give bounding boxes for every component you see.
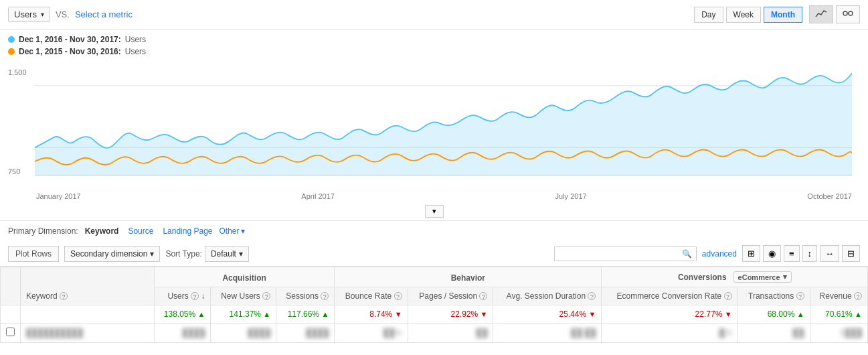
pages-session-help-icon[interactable]: ? — [479, 292, 487, 300]
x-label-jul: July 2017 — [555, 192, 587, 200]
chart-type-buttons — [809, 5, 860, 23]
sessions-col-header[interactable]: Sessions ? — [276, 287, 335, 305]
chart-svg — [35, 65, 852, 189]
row1-bounce-rate: ██% — [335, 324, 408, 343]
conversions-header: Conversions eCommerce ▾ — [602, 267, 868, 287]
avg-duration-col-header[interactable]: Avg. Session Duration ? — [493, 287, 602, 305]
totals-avg-duration: 25.44% ▼ — [493, 305, 602, 324]
legend-item-2: Dec 1, 2015 - Nov 30, 2016: Users — [8, 47, 860, 56]
row1-checkbox-input[interactable] — [6, 328, 15, 336]
row1-checkbox[interactable] — [1, 324, 21, 343]
row1-avg-duration: ██:██ — [493, 324, 602, 343]
users-col-header[interactable]: Users ? ↓ — [155, 287, 211, 305]
totals-ecommerce-rate: 22.77% ▼ — [602, 305, 737, 324]
bounce-rate-down-arrow: ▼ — [395, 310, 402, 318]
totals-revenue: 70.61% ▲ — [810, 305, 867, 324]
custom-view-button[interactable]: ⊟ — [842, 245, 860, 262]
avg-duration-down-arrow: ▼ — [589, 310, 596, 318]
legend-metric-1: Users — [125, 35, 146, 44]
month-button[interactable]: Month — [764, 7, 802, 23]
legend-date-1: Dec 1, 2016 - Nov 30, 2017: — [19, 35, 121, 44]
vs-label: VS. — [56, 9, 70, 19]
checkbox-header — [1, 267, 21, 305]
chart-y-labels: 1,500 750 — [8, 68, 27, 175]
table-container: Keyword ? Acquisition Behavior Conversio… — [0, 267, 868, 343]
pages-session-col-header[interactable]: Pages / Session ? — [408, 287, 493, 305]
time-controls: Day Week Month — [694, 5, 860, 23]
day-button[interactable]: Day — [694, 7, 723, 23]
tab-landing-page[interactable]: Landing Page — [160, 226, 215, 236]
legend-dot-2 — [8, 48, 15, 55]
behavior-header: Behavior — [335, 267, 602, 287]
dimension-bar: Primary Dimension: Keyword Source Landin… — [0, 220, 868, 241]
ecommerce-rate-help-icon[interactable]: ? — [724, 292, 732, 300]
revenue-col-header[interactable]: Revenue ? — [810, 287, 867, 305]
secondary-dimension-button[interactable]: Secondary dimension ▾ — [64, 246, 160, 262]
header-bar: Users ▾ VS. Select a metric Day Week Mon… — [0, 0, 868, 29]
sort-default-button[interactable]: Default ▾ — [205, 246, 249, 262]
new-users-up-arrow: ▲ — [263, 310, 270, 318]
line-chart-button[interactable] — [809, 5, 833, 23]
legend-item-1: Dec 1, 2016 - Nov 30, 2017: Users — [8, 35, 860, 44]
select-metric-link[interactable]: Select a metric — [75, 9, 133, 19]
y-label-mid: 750 — [8, 167, 27, 175]
pie-view-button[interactable]: ◉ — [763, 245, 781, 262]
tab-keyword[interactable]: Keyword — [82, 226, 122, 236]
totals-row: 138.05% ▲ 141.37% ▲ 117.66% ▲ 8.74% ▼ 22… — [1, 305, 868, 324]
bounce-rate-col-header[interactable]: Bounce Rate ? — [335, 287, 408, 305]
pivot-view-button[interactable]: ↕ — [802, 245, 818, 262]
legend-date-2: Dec 1, 2015 - Nov 30, 2016: — [19, 47, 121, 56]
new-users-help-icon[interactable]: ? — [262, 292, 270, 300]
totals-bounce-rate: 8.74% ▼ — [335, 305, 408, 324]
transactions-help-icon[interactable]: ? — [796, 292, 804, 300]
ecommerce-badge[interactable]: eCommerce ▾ — [733, 271, 792, 283]
totals-transactions: 68.00% ▲ — [737, 305, 810, 324]
totals-keyword — [21, 305, 155, 324]
users-help-icon[interactable]: ? — [191, 292, 199, 300]
compare-view-button[interactable]: ↔ — [820, 245, 839, 262]
row1-keyword: ██████████ — [21, 324, 155, 343]
ecommerce-rate-down-arrow: ▼ — [725, 310, 732, 318]
transactions-col-header[interactable]: Transactions ? — [737, 287, 810, 305]
collapse-button[interactable]: ▾ — [425, 205, 444, 218]
tab-source[interactable]: Source — [125, 226, 156, 236]
totals-checkbox — [1, 305, 21, 324]
search-icon[interactable]: 🔍 — [682, 249, 692, 259]
row1-revenue: $███ — [810, 324, 867, 343]
row1-new-users: ████ — [211, 324, 276, 343]
svg-point-0 — [843, 11, 847, 15]
list-view-button[interactable]: ≡ — [784, 245, 800, 262]
tab-other[interactable]: Other ▾ — [220, 226, 245, 236]
x-label-oct: October 2017 — [807, 192, 852, 200]
keyword-help-icon[interactable]: ? — [60, 292, 68, 300]
bounce-rate-help-icon[interactable]: ? — [394, 292, 402, 300]
dimension-label: Primary Dimension: — [8, 226, 78, 236]
advanced-link[interactable]: advanced — [702, 249, 737, 259]
pages-session-down-arrow: ▼ — [481, 310, 488, 318]
chart-area: 1,500 750 January 2017 April 2017 July 2… — [0, 62, 868, 202]
totals-new-users: 141.37% ▲ — [211, 305, 276, 324]
revenue-up-arrow: ▲ — [855, 310, 862, 318]
acquisition-header: Acquisition — [155, 267, 335, 287]
plot-rows-button[interactable]: Plot Rows — [8, 246, 59, 262]
node-chart-icon — [842, 9, 854, 18]
chevron-down-icon: ▾ — [41, 11, 44, 18]
search-input[interactable] — [559, 249, 679, 259]
metric-dropdown[interactable]: Users ▾ — [8, 7, 50, 22]
avg-duration-help-icon[interactable]: ? — [588, 292, 596, 300]
metric-selector: Users ▾ VS. Select a metric — [8, 7, 133, 22]
grid-view-button[interactable]: ⊞ — [742, 245, 760, 262]
sessions-help-icon[interactable]: ? — [321, 292, 329, 300]
x-label-apr: April 2017 — [301, 192, 335, 200]
totals-pages-session: 22.92% ▼ — [408, 305, 493, 324]
metric-label: Users — [14, 9, 37, 19]
new-users-col-header[interactable]: New Users ? — [211, 287, 276, 305]
keyword-label: Keyword — [26, 291, 58, 301]
revenue-help-icon[interactable]: ? — [854, 292, 862, 300]
users-up-arrow: ▲ — [198, 310, 205, 318]
chevron-down-icon: ▾ — [239, 249, 243, 259]
ecommerce-rate-col-header[interactable]: Ecommerce Conversion Rate ? — [602, 287, 737, 305]
week-button[interactable]: Week — [726, 7, 761, 23]
node-chart-button[interactable] — [836, 5, 860, 23]
view-buttons: ⊞ ◉ ≡ ↕ ↔ ⊟ — [742, 245, 860, 262]
